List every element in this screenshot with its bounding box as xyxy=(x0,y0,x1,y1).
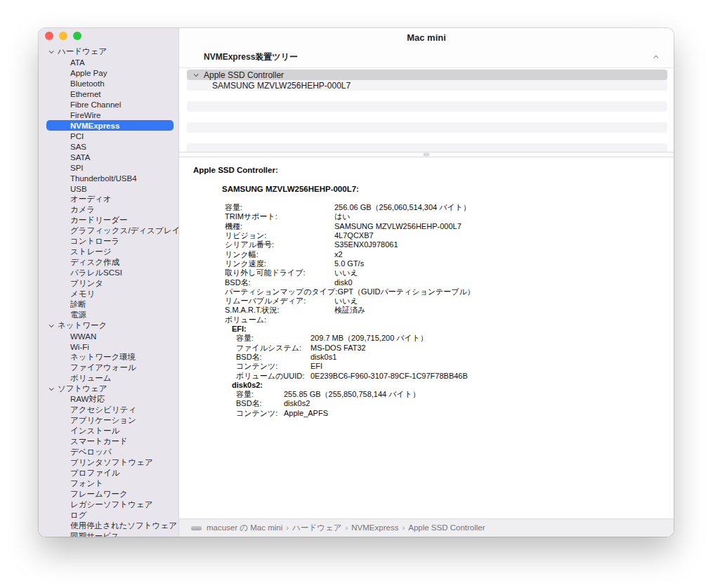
sidebar-item[interactable]: ディスク作成 xyxy=(39,257,178,268)
tree-row-empty[interactable] xyxy=(187,122,667,133)
breadcrumb-separator: › xyxy=(286,523,289,532)
sidebar-item[interactable]: Fibre Channel xyxy=(39,99,178,110)
breadcrumb-segment[interactable]: NVMExpress xyxy=(351,523,398,532)
sidebar-item[interactable]: 電源 xyxy=(39,310,178,320)
sidebar-item[interactable]: プリンタソフトウェア xyxy=(39,457,178,468)
property-label: S.M.A.R.T.状況: xyxy=(225,306,334,315)
chevron-down-icon[interactable] xyxy=(194,72,199,77)
sidebar-item[interactable]: Thunderbolt/USB4 xyxy=(39,173,178,183)
tree-row[interactable]: SAMSUNG MZVLW256HEHP-000L7 xyxy=(187,80,667,91)
property-value: MS-DOS FAT32 xyxy=(310,344,366,353)
sidebar-item[interactable]: SPI xyxy=(39,162,178,173)
window-title: Mac mini xyxy=(407,32,446,43)
pane-splitter[interactable] xyxy=(179,152,674,157)
property-value: GPT（GUIDパーティションテーブル） xyxy=(337,287,474,296)
sidebar-item[interactable]: メモリ xyxy=(39,289,178,299)
property-value: x2 xyxy=(334,250,343,259)
property-row: TRIMサポート:はい xyxy=(225,212,660,221)
property-label: 取り外し可能ドライブ: xyxy=(225,268,334,277)
sidebar-item[interactable]: ストレージ xyxy=(39,247,178,257)
tree-row[interactable]: Apple SSD Controller xyxy=(187,70,667,80)
sidebar-item[interactable]: プリンタ xyxy=(39,278,178,289)
breadcrumb-segment[interactable]: ハードウェア xyxy=(292,523,341,532)
sidebar-item[interactable]: ATA xyxy=(39,57,178,67)
tree-row-empty[interactable] xyxy=(187,112,667,122)
close-window-button[interactable] xyxy=(45,32,53,40)
property-label: コンテンツ: xyxy=(236,409,284,418)
sidebar-item[interactable]: SAS xyxy=(39,141,178,152)
sidebar-item[interactable]: RAW対応 xyxy=(39,394,178,405)
sidebar-item[interactable]: ネットワーク環境 xyxy=(39,352,178,362)
sidebar-item[interactable]: スマートカード xyxy=(39,436,178,447)
sidebar-item[interactable]: PCI xyxy=(39,131,178,141)
property-row: 容量:256.06 GB（256,060,514,304 バイト） xyxy=(225,203,660,212)
property-row: 取り外し可能ドライブ:いいえ xyxy=(225,268,660,277)
sidebar-item[interactable]: インストール xyxy=(39,426,178,436)
breadcrumb-segment[interactable]: macuser の Mac mini xyxy=(207,523,282,532)
titlebar[interactable]: Mac mini xyxy=(179,28,674,46)
section-title: NVMExpress装置ツリー xyxy=(204,51,298,63)
sidebar-item[interactable]: Bluetooth xyxy=(39,78,178,89)
sidebar-item[interactable]: WWAN xyxy=(39,331,178,341)
sidebar-item[interactable]: グラフィックス/ディスプレイ xyxy=(39,226,178,236)
sidebar-item[interactable]: FireWire xyxy=(39,110,178,120)
sidebar-group-label: ハードウェア xyxy=(58,46,107,57)
sidebar-item[interactable]: フォント xyxy=(39,478,178,489)
sidebar-item[interactable]: 診断 xyxy=(39,299,178,310)
property-value: disk0 xyxy=(334,278,353,287)
tree-row-empty[interactable] xyxy=(187,101,667,112)
sidebar-item[interactable]: パラレルSCSI xyxy=(39,268,178,278)
sidebar-item[interactable]: Apple Pay xyxy=(39,67,178,78)
sidebar-item[interactable]: デベロッパ xyxy=(39,447,178,457)
sidebar-item[interactable]: ログ xyxy=(39,510,178,521)
sidebar-item[interactable]: アクセシビリティ xyxy=(39,405,178,415)
sidebar-item[interactable]: フレームワーク xyxy=(39,489,178,499)
sidebar-item[interactable]: 使用停止されたソフトウェア xyxy=(39,521,178,531)
property-value: SAMSUNG MZVLW256HEHP-000L7 xyxy=(334,222,462,231)
window-controls xyxy=(39,28,178,40)
sidebar-item[interactable]: Wi-Fi xyxy=(39,341,178,352)
sidebar-item[interactable]: SATA xyxy=(39,152,178,162)
sidebar-item[interactable]: プロファイル xyxy=(39,468,178,478)
sidebar-group-label: ソフトウェア xyxy=(58,384,107,394)
sidebar-item[interactable]: カードリーダー xyxy=(39,215,178,226)
sidebar-item[interactable]: 同期サービス xyxy=(39,531,178,537)
tree-row-empty[interactable] xyxy=(187,143,667,152)
sidebar-item[interactable]: オーディオ xyxy=(39,194,178,204)
sidebar-item[interactable]: USB xyxy=(39,183,178,194)
property-value: はい xyxy=(334,212,351,221)
volume-properties: 容量:255.85 GB（255,850,758,144 バイト）BSD名:di… xyxy=(236,390,660,418)
property-value: S35ENX0J978061 xyxy=(334,240,398,249)
property-value: disk0s2 xyxy=(284,399,310,408)
sidebar-item[interactable]: コントローラ xyxy=(39,236,178,247)
main-pane: Mac mini NVMExpress装置ツリー Apple SSD Contr… xyxy=(179,28,674,537)
property-value: disk0s1 xyxy=(310,353,336,362)
property-value: Apple_APFS xyxy=(284,409,328,418)
breadcrumb-segment[interactable]: Apple SSD Controller xyxy=(408,523,485,532)
property-value: 5.0 GT/s xyxy=(334,259,364,268)
section-header[interactable]: NVMExpress装置ツリー xyxy=(179,46,674,68)
chevron-down-icon xyxy=(49,48,54,53)
sidebar-item[interactable]: ファイアウォール xyxy=(39,362,178,373)
property-label: リンク速度: xyxy=(225,259,334,268)
minimize-window-button[interactable] xyxy=(59,32,67,40)
tree-row-empty[interactable] xyxy=(187,91,667,101)
sidebar-item[interactable]: ボリューム xyxy=(39,373,178,384)
splitter-grip-icon xyxy=(424,153,430,157)
sidebar-group-hardware[interactable]: ハードウェア xyxy=(39,46,178,57)
property-value: EFI xyxy=(310,362,322,371)
property-value: 209.7 MB（209,715,200 バイト） xyxy=(310,334,428,343)
sidebar-item[interactable]: アプリケーション xyxy=(39,415,178,426)
zoom-window-button[interactable] xyxy=(73,32,81,40)
tree-row-empty[interactable] xyxy=(187,133,667,143)
sidebar-item[interactable]: レガシーソフトウェア xyxy=(39,499,178,510)
sidebar-item[interactable]: カメラ xyxy=(39,204,178,215)
sidebar-item-selected[interactable]: NVMExpress xyxy=(46,120,174,131)
sidebar-group-software[interactable]: ソフトウェア xyxy=(39,384,178,394)
sidebar-item[interactable]: Ethernet xyxy=(39,89,178,99)
property-label: BSD名: xyxy=(225,278,334,287)
property-row: 機種:SAMSUNG MZVLW256HEHP-000L7 xyxy=(225,222,660,231)
property-row: BSD名:disk0s1 xyxy=(236,353,660,362)
chevron-up-icon[interactable] xyxy=(653,55,658,60)
sidebar-group-network[interactable]: ネットワーク xyxy=(39,320,178,331)
